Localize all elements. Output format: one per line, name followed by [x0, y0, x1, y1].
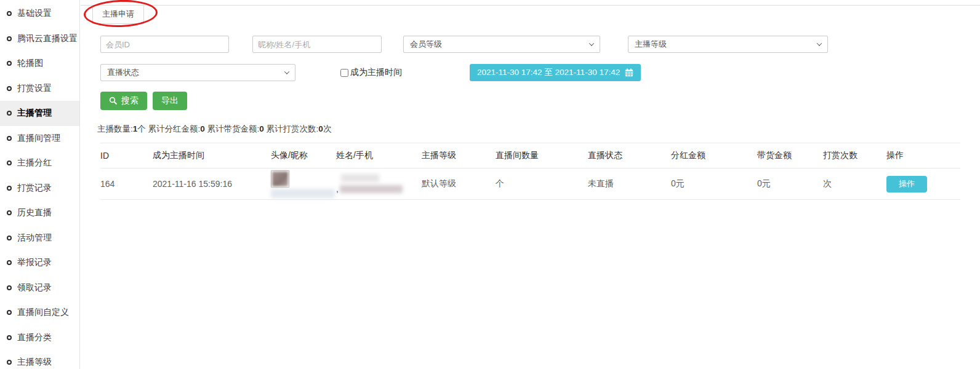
sidebar-item-tencent-cloud-live[interactable]: 腾讯云直播设置: [0, 26, 79, 52]
sidebar-item-claim-records[interactable]: 领取记录: [0, 276, 79, 301]
cell-goods-amount: 0元: [757, 169, 823, 200]
circle-icon: [7, 285, 12, 290]
col-id: ID: [100, 143, 153, 169]
cell-live-status: 未直播: [588, 169, 671, 200]
sidebar-item-activity-management[interactable]: 活动管理: [0, 226, 79, 251]
live-status-value: 直播状态: [107, 67, 139, 78]
sidebar-item-label: 举报记录: [17, 257, 52, 268]
sidebar-item-reward-settings[interactable]: 打赏设置: [0, 76, 79, 101]
date-range-button[interactable]: 2021-11-30 17:42 至 2021-11-30 17:42: [470, 64, 641, 81]
become-anchor-time-checkbox[interactable]: [340, 69, 348, 77]
anchor-table: ID 成为主播时间 头像/昵称 姓名/手机 主播等级 直播间数量 直播状态 分红…: [100, 143, 960, 200]
sidebar-item-anchor-level[interactable]: 主播等级: [0, 350, 79, 369]
cell-dividend-amount: 0元: [671, 169, 757, 200]
sidebar-item-label: 领取记录: [17, 282, 52, 293]
chevron-down-icon: [284, 69, 289, 74]
col-goods-amount: 带货金额: [757, 143, 823, 169]
member-level-select[interactable]: 会员等级: [403, 36, 600, 53]
sidebar-item-report-records[interactable]: 举报记录: [0, 250, 79, 276]
sidebar-item-label: 直播间自定义: [17, 307, 69, 318]
circle-icon: [7, 186, 12, 191]
sidebar-item-label: 直播分类: [17, 332, 52, 343]
table-row: 164 2021-11-16 15:59:16 ,: [100, 169, 960, 200]
cell-become-time: 2021-11-16 15:59:16: [153, 169, 271, 200]
calendar-icon: [625, 68, 633, 77]
col-anchor-level: 主播等级: [422, 143, 496, 169]
sidebar-item-anchor-dividend[interactable]: 主播分红: [0, 151, 79, 176]
sidebar-item-label: 打赏设置: [17, 83, 52, 94]
col-action: 操作: [886, 143, 960, 169]
cell-id: 164: [100, 169, 153, 200]
circle-icon: [7, 310, 12, 315]
col-name-phone: 姓名/手机: [336, 143, 422, 169]
member-level-value: 会员等级: [410, 39, 442, 50]
become-anchor-time-label: 成为主播时间: [350, 67, 402, 78]
name-comma: ,: [336, 184, 339, 194]
search-button[interactable]: 搜索: [100, 92, 147, 110]
sidebar-item-label: 腾讯云直播设置: [17, 33, 78, 44]
circle-icon: [7, 136, 12, 141]
sidebar: 基础设置 腾讯云直播设置 轮播图 打赏设置 主播管理 直播间管理 主播分红 打赏…: [0, 0, 80, 369]
sidebar-item-label: 主播分红: [17, 157, 52, 169]
cell-reward-count: 次: [823, 169, 886, 200]
main-content: 主播申请 会员等级 主播等级 直播状态: [81, 5, 980, 200]
col-live-status: 直播状态: [588, 143, 671, 169]
circle-icon: [7, 360, 12, 365]
summary-stats: 主播数量:1个 累计分红金额:0 累计带货金额:0 累计打赏次数:0次: [97, 124, 980, 135]
sidebar-item-label: 基础设置: [17, 8, 52, 19]
filter-form: 会员等级 主播等级 直播状态 成为主播时间 2021-11-: [100, 36, 980, 81]
export-button[interactable]: 导出: [153, 92, 187, 110]
export-button-label: 导出: [161, 95, 179, 106]
sidebar-item-liveroom-custom[interactable]: 直播间自定义: [0, 300, 79, 325]
sidebar-item-live-category[interactable]: 直播分类: [0, 325, 79, 351]
sidebar-item-label: 主播等级: [17, 357, 52, 368]
cell-room-count: 个: [496, 169, 588, 200]
col-become-time: 成为主播时间: [153, 143, 271, 169]
redacted-name: [341, 174, 379, 182]
chevron-down-icon: [589, 41, 594, 46]
circle-icon: [7, 36, 12, 41]
circle-icon: [7, 111, 12, 116]
circle-icon: [7, 11, 12, 16]
col-reward-count: 打赏次数: [823, 143, 886, 169]
circle-icon: [7, 260, 12, 265]
anchor-level-select[interactable]: 主播等级: [628, 36, 828, 53]
tab-anchor-application[interactable]: 主播申请: [92, 6, 144, 24]
col-avatar-nickname: 头像/昵称: [271, 143, 336, 169]
cell-action: 操作: [886, 169, 960, 200]
redacted-nickname: [271, 189, 335, 198]
live-status-select[interactable]: 直播状态: [100, 64, 295, 81]
sidebar-item-label: 主播管理: [17, 108, 52, 119]
row-action-button[interactable]: 操作: [886, 176, 927, 192]
tab-bar: 主播申请: [81, 5, 980, 26]
sidebar-item-basic-settings[interactable]: 基础设置: [0, 1, 79, 26]
sidebar-item-anchor-management[interactable]: 主播管理: [0, 101, 79, 126]
sidebar-item-label: 活动管理: [17, 232, 52, 244]
action-button-row: 搜索 导出: [100, 92, 980, 110]
redacted-avatar: [271, 170, 289, 188]
sidebar-item-label: 轮播图: [17, 58, 43, 69]
sidebar-item-label: 打赏记录: [17, 183, 52, 194]
circle-icon: [7, 210, 12, 215]
sidebar-item-liveroom-management[interactable]: 直播间管理: [0, 126, 79, 151]
circle-icon: [7, 236, 12, 240]
nickname-name-phone-input[interactable]: [252, 36, 382, 53]
circle-icon: [7, 335, 12, 340]
become-anchor-time-checkbox-group: 成为主播时间: [340, 67, 402, 78]
cell-name-phone: ,: [336, 169, 422, 200]
sidebar-item-label: 历史直播: [17, 207, 52, 218]
col-room-count: 直播间数量: [496, 143, 588, 169]
redacted-phone: [340, 185, 403, 193]
cell-anchor-level: 默认等级: [422, 169, 496, 200]
member-id-input[interactable]: [100, 36, 229, 53]
chevron-down-icon: [817, 41, 822, 46]
sidebar-item-label: 直播间管理: [17, 133, 60, 144]
sidebar-item-carousel[interactable]: 轮播图: [0, 51, 79, 76]
sidebar-item-live-history[interactable]: 历史直播: [0, 200, 79, 226]
circle-icon: [7, 61, 12, 66]
sidebar-item-reward-records[interactable]: 打赏记录: [0, 176, 79, 201]
date-range-text: 2021-11-30 17:42 至 2021-11-30 17:42: [477, 67, 620, 78]
circle-icon: [7, 161, 12, 165]
cell-avatar-nickname: [271, 169, 336, 200]
search-icon: [109, 97, 118, 105]
